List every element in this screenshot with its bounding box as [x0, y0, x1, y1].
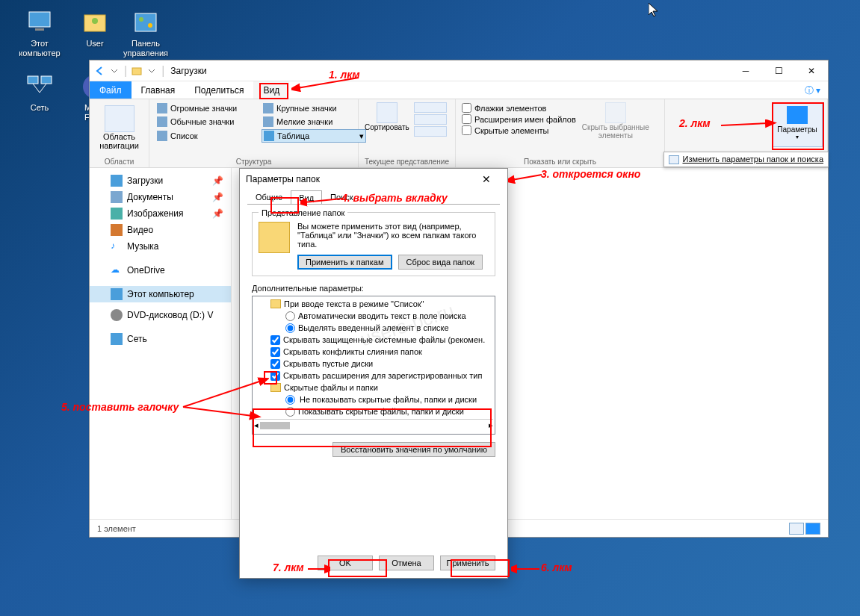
view-small[interactable]: Мелкие значки: [262, 116, 366, 128]
view-toggle-icons[interactable]: [805, 523, 820, 535]
network-icon: [25, 72, 55, 102]
explorer-menu: Файл Главная Поделиться Вид ⓘ ▾: [90, 81, 828, 99]
tab-view[interactable]: Вид: [291, 190, 322, 205]
apply-to-folders-button[interactable]: Применить к папкам: [297, 255, 392, 270]
svg-point-5: [139, 17, 143, 22]
menu-home[interactable]: Главная: [132, 81, 185, 99]
svg-line-10: [40, 84, 46, 93]
folder-icon: [132, 66, 142, 76]
options-button[interactable]: Параметры ▾: [772, 102, 823, 147]
desktop-icon-control-panel[interactable]: Панель управления: [120, 7, 172, 58]
view-toggle-details[interactable]: [789, 523, 804, 535]
cursor-icon: [649, 3, 659, 18]
explorer-titlebar: | | Загрузки ─ ☐ ✕: [90, 60, 828, 81]
radio-hidden-yes[interactable]: [285, 407, 295, 417]
sort-button[interactable]: Сортировать: [365, 123, 409, 131]
check-hide-sys[interactable]: [270, 335, 280, 345]
reset-folders-button[interactable]: Сброс вида папок: [398, 255, 483, 270]
radio-hidden-no[interactable]: [285, 395, 295, 405]
control-panel-icon: [131, 7, 161, 37]
folder-view-fieldset: Представление папок Вы можете применить …: [252, 212, 495, 276]
svg-rect-0: [29, 12, 50, 27]
check-hide-conflict[interactable]: [270, 347, 280, 357]
nav-music[interactable]: ♪Музыка: [90, 238, 231, 255]
dialog-close-button[interactable]: ✕: [471, 173, 501, 185]
window-title: Загрузки: [170, 66, 206, 76]
status-text: 1 элемент: [97, 524, 136, 533]
options-tooltip: Изменить параметры папок и поиска: [663, 152, 829, 167]
ribbon-group-params: Параметры ▾ Изменить параметры папок и п…: [665, 99, 828, 167]
nav-pane: Загрузки📌 Документы📌 Изображения📌 Видео …: [90, 168, 232, 519]
dialog-tabs: Общие Вид Поиск: [240, 190, 507, 204]
view-large[interactable]: Крупные значки: [262, 102, 366, 114]
options-icon: [787, 106, 808, 124]
desktop-icon-user[interactable]: User: [69, 7, 121, 49]
nav-network[interactable]: Сеть: [90, 331, 231, 347]
back-arrow-icon[interactable]: [94, 66, 105, 76]
menu-share[interactable]: Поделиться: [185, 81, 253, 99]
dialog-buttons: OK Отмена Применить: [240, 556, 507, 570]
svg-rect-7: [28, 76, 38, 84]
ribbon-group-nav: Область навигации Области: [90, 99, 149, 167]
view-medium[interactable]: Обычные значки: [155, 116, 260, 128]
apply-button[interactable]: Применить: [440, 556, 495, 570]
radio-highlight[interactable]: [285, 323, 295, 333]
radio-auto-text[interactable]: [285, 311, 295, 321]
restore-defaults-button[interactable]: Восстановить значения по умолчанию: [332, 442, 495, 457]
nav-downloads[interactable]: Загрузки📌: [90, 172, 231, 189]
desktop-icon-network[interactable]: Сеть: [13, 72, 66, 113]
svg-point-3: [92, 18, 98, 24]
nav-pane-label[interactable]: Область навигации: [96, 132, 143, 150]
nav-dvd[interactable]: DVD-дисковод (D:) V: [90, 307, 231, 323]
close-button[interactable]: ✕: [795, 60, 828, 81]
svg-line-9: [33, 84, 40, 93]
nav-documents[interactable]: Документы📌: [90, 189, 231, 205]
chevron-down-icon[interactable]: [109, 66, 120, 76]
dialog-titlebar: Параметры папок ✕: [240, 169, 507, 190]
user-folder-icon: [80, 7, 110, 37]
tab-general[interactable]: Общие: [247, 190, 291, 204]
ribbon-group-layout: Огромные значки Крупные значки Обычные з…: [149, 99, 359, 167]
nav-onedrive[interactable]: ☁OneDrive: [90, 262, 231, 279]
view-table[interactable]: Таблица▾: [262, 129, 366, 143]
check-hide-empty[interactable]: [270, 359, 280, 369]
ribbon-group-showhide: Флажки элементов Расширения имен файлов …: [456, 99, 665, 167]
svg-point-6: [148, 23, 152, 28]
folder-view-icon: [259, 222, 290, 253]
folder-view-text: Вы можете применить этот вид (например, …: [297, 222, 489, 249]
check-hidden[interactable]: [462, 125, 471, 135]
check-item-boxes[interactable]: [462, 103, 471, 113]
help-dropdown[interactable]: ⓘ ▾: [797, 81, 828, 99]
menu-view[interactable]: Вид: [253, 81, 289, 99]
advanced-tree[interactable]: При вводе текста в режиме "Список" Автом…: [252, 296, 495, 435]
nav-thispc[interactable]: Этот компьютер: [90, 286, 231, 302]
ribbon: Область навигации Области Огромные значк…: [90, 99, 828, 168]
advanced-label: Дополнительные параметры:: [252, 284, 495, 293]
svg-rect-12: [132, 68, 141, 75]
dialog-title: Параметры папок: [246, 174, 320, 184]
maximize-button[interactable]: ☐: [762, 60, 795, 81]
svg-rect-4: [135, 13, 156, 31]
anno-6: 6. лкм: [541, 561, 572, 573]
folder-options-dialog: Параметры папок ✕ Общие Вид Поиск Предст…: [239, 168, 508, 579]
view-huge[interactable]: Огромные значки: [155, 102, 260, 114]
minimize-button[interactable]: ─: [729, 60, 762, 81]
nav-pane-icon[interactable]: [105, 105, 134, 132]
nav-images[interactable]: Изображения📌: [90, 205, 231, 222]
nav-video[interactable]: Видео: [90, 222, 231, 238]
ok-button[interactable]: OK: [318, 556, 373, 570]
chevron-down-icon[interactable]: [146, 66, 157, 76]
menu-file[interactable]: Файл: [90, 81, 132, 99]
check-extensions[interactable]: [462, 114, 471, 124]
check-hide-ext[interactable]: [270, 371, 280, 381]
hide-selected-button: Скрыть выбранные элементы: [582, 123, 649, 140]
size-icon[interactable]: [414, 126, 447, 137]
svg-rect-1: [35, 28, 44, 31]
desktop-icon-this-pc[interactable]: Этот компьютер: [13, 7, 66, 58]
cancel-button[interactable]: Отмена: [379, 556, 434, 570]
view-list[interactable]: Список: [155, 129, 260, 143]
tab-search[interactable]: Поиск: [322, 190, 361, 204]
svg-rect-8: [41, 76, 52, 84]
group-row-icon[interactable]: [414, 102, 447, 113]
columns-icon[interactable]: [414, 114, 447, 125]
